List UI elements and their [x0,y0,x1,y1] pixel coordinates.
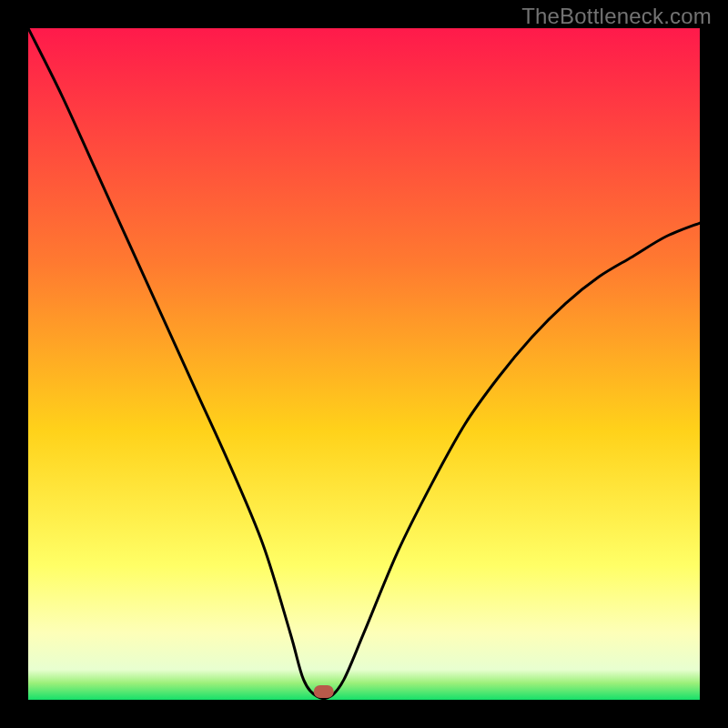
plot-area [28,28,700,700]
gradient-background [28,28,700,700]
watermark-text: TheBottleneck.com [521,4,712,29]
bottleneck-chart-svg [28,28,700,700]
chart-frame: TheBottleneck.com [0,0,728,728]
optimal-marker [314,685,334,698]
